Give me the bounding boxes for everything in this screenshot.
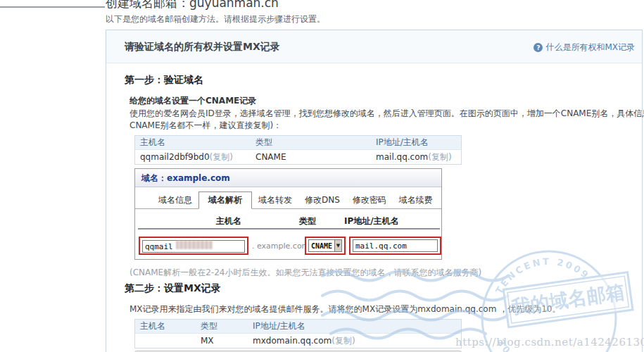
tab-domain-renew[interactable]: 域名续费 — [393, 192, 439, 208]
cname-value: mail.qq.com — [376, 152, 428, 162]
col-header-value: IP地址/主机名 — [371, 137, 461, 149]
step2-heading: 第二步：设置MX记录 — [125, 282, 221, 295]
help-link[interactable]: ? 什么是所有权和MX记录 — [533, 42, 635, 54]
cname-record-table: 主机名 类型 IP地址/主机名 qqmail2dbf9bd0(复制) CNAME… — [134, 135, 462, 165]
copy-mx-link[interactable]: (复制) — [332, 336, 355, 346]
example-tab-bar: 域名信息 域名解析 域名转发 修改DNS 修改密码 域名续费 — [135, 193, 441, 209]
mx-table-row: MX mxdomain.qq.com(复制) — [135, 334, 461, 348]
example-form-labels: 主机名 类型 IP地址/主机名 — [135, 215, 441, 225]
value-input[interactable] — [353, 239, 438, 252]
col-header-host: 主机名 — [135, 137, 251, 149]
step2-description: MX记录用来指定由我们来对您的域名提供邮件服务。请将您的MX记录设置为mxdom… — [130, 303, 560, 315]
step1-subheading: 给您的域名设置一个CNAME记录 — [130, 95, 256, 107]
example-separator — [138, 228, 440, 230]
tab-domain-resolution[interactable]: 域名解析 — [198, 191, 252, 209]
type-select-highlight: CNAME ▼ — [305, 237, 346, 255]
mx-value: mxdomain.qq.com — [253, 336, 332, 346]
type-select-value: CNAME — [309, 242, 334, 250]
form-label-value: IP地址/主机名 — [344, 215, 399, 227]
registrar-example-box: 域名：example.com 域名信息 域名解析 域名转发 修改DNS 修改密码… — [134, 168, 442, 260]
type-select[interactable]: CNAME ▼ — [308, 239, 342, 252]
cname-type-cell: CNAME — [251, 152, 371, 162]
form-label-host: 主机名 — [216, 215, 241, 227]
cname-host-value: qqmail2dbf9bd0 — [140, 152, 210, 162]
tab-domain-info[interactable]: 域名信息 — [152, 192, 198, 208]
top-divider — [0, 6, 105, 8]
panel-title: 请验证域名的所有权并设置MX记录 — [125, 41, 280, 54]
mx-value-cell: mxdomain.qq.com(复制) — [248, 335, 461, 347]
col-header-type: 类型 — [251, 137, 371, 149]
host-input[interactable] — [142, 240, 245, 253]
page-subtitle: 以下是您的域名邮箱创建方法。请根据提示步骤进行设置。 — [106, 13, 325, 25]
help-link-label[interactable]: 什么是所有权和MX记录 — [545, 42, 635, 54]
step1-heading: 第一步：验证域名 — [125, 74, 203, 87]
step1-description-line2: CNAME别名都不一样，建议直接复制)： — [130, 120, 282, 132]
mx-record-table: 主机名 类型 IP地址/主机名 MX mxdomain.qq.com(复制) — [134, 319, 462, 348]
cname-table-header-row: 主机名 类型 IP地址/主机名 — [135, 136, 461, 150]
verify-domain-panel: 请验证域名的所有权并设置MX记录 ? 什么是所有权和MX记录 第一步：验证域名 … — [106, 30, 643, 352]
cname-host-cell: qqmail2dbf9bd0(复制) — [135, 151, 251, 163]
tab-modify-password[interactable]: 修改密码 — [346, 192, 393, 208]
cname-value-cell: mail.qq.com(复制) — [371, 151, 461, 163]
cname-table-row: qqmail2dbf9bd0(复制) CNAME mail.qq.com(复制) — [135, 150, 461, 164]
value-input-highlight — [349, 237, 441, 255]
copy-value-link[interactable]: (复制) — [428, 152, 451, 162]
cname-note: (CNAME解析一般在2-24小时后生效。如果您无法直接设置您的域名，请联系您的… — [130, 267, 481, 279]
example-domain-label: 域名：example.com — [141, 172, 230, 184]
panel-header: 请验证域名的所有权并设置MX记录 ? 什么是所有权和MX记录 — [106, 30, 642, 63]
mx-table-header-row: 主机名 类型 IP地址/主机名 — [135, 320, 461, 334]
host-domain-suffix: . example.com — [252, 241, 309, 251]
screen: 创建域名邮箱：guyuanman.cn 以下是您的域名邮箱创建方法。请根据提示步… — [0, 0, 644, 352]
question-circle-icon[interactable]: ? — [533, 43, 543, 52]
col-header-type: 类型 — [196, 320, 248, 332]
copy-host-link[interactable]: (复制) — [210, 152, 233, 162]
example-header: 域名：example.com — [135, 169, 441, 187]
col-header-host: 主机名 — [135, 320, 196, 332]
tab-modify-dns[interactable]: 修改DNS — [298, 192, 346, 208]
tab-domain-forward[interactable]: 域名转发 — [252, 192, 298, 208]
host-input-highlight — [139, 237, 248, 255]
mx-type-cell: MX — [196, 336, 248, 346]
select-dropdown-arrow-icon[interactable]: ▼ — [334, 240, 341, 251]
example-form-row: . example.com CNAME ▼ — [135, 237, 441, 256]
col-header-value: IP地址/主机名 — [248, 320, 461, 332]
page-title: 创建域名邮箱：guyuanman.cn — [106, 0, 279, 11]
form-label-type: 类型 — [299, 215, 316, 227]
step1-description-line1: 使用您的爱名网会员ID登录，选择域名管理，找到您想修改的域名，然后进入管理页面。… — [130, 108, 644, 120]
